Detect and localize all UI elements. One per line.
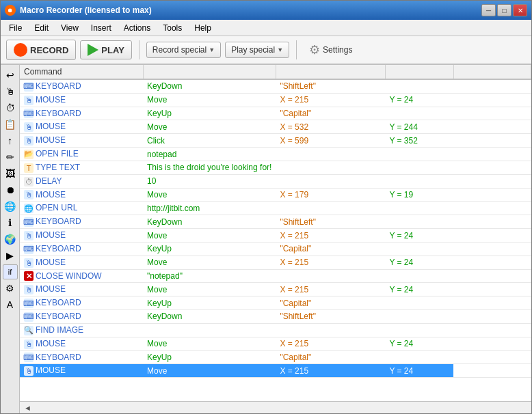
cmd-param2-cell (385, 79, 453, 93)
cmd-param2-cell (385, 310, 453, 324)
close-button[interactable]: ✕ (513, 4, 527, 16)
sidebar-icon-6[interactable]: 🖼 (3, 166, 18, 181)
table-row[interactable]: ⌨KEYBOARDKeyDown"ShiftLeft" (20, 215, 531, 229)
cmd-param1-cell (276, 174, 385, 188)
table-row[interactable]: 🌐OPEN URLhttp://jitbit.com (20, 202, 531, 215)
cmd-name-text: MOUSE (36, 95, 66, 105)
menu-actions[interactable]: Actions (118, 22, 156, 34)
cmd-name-text: KEYBOARD (36, 81, 81, 91)
menu-tools[interactable]: Tools (157, 22, 187, 34)
cmd-action-cell: KeyUp (143, 296, 276, 310)
menu-file[interactable]: File (3, 22, 27, 34)
play-special-dropdown[interactable]: Play special ▼ (225, 42, 289, 58)
menu-insert[interactable]: Insert (85, 22, 117, 34)
table-row[interactable]: 🔍FIND IMAGE (20, 323, 531, 337)
maximize-button[interactable]: □ (497, 4, 511, 16)
menu-view[interactable]: View (55, 22, 84, 34)
cmd-name-cell: ⌨KEYBOARD (20, 310, 143, 324)
cmd-param1-cell: "Capital" (276, 107, 385, 120)
cmd-param1-cell (276, 148, 385, 161)
cmd-icon: ⌨ (24, 245, 34, 254)
sidebar-icon-3[interactable]: 📋 (3, 117, 18, 132)
col-command: Command (20, 65, 143, 79)
cmd-icon: 🔍 (24, 326, 34, 335)
table-row[interactable]: ⏱DELAY10 (20, 174, 531, 188)
cmd-param2-cell (385, 161, 453, 174)
status-arrow[interactable]: ◄ (24, 404, 31, 412)
table-row[interactable]: ⌨KEYBOARDKeyUp"Capital" (20, 296, 531, 310)
cmd-name-text: CLOSE WINDOW (36, 271, 102, 281)
record-button[interactable]: RECORD (6, 40, 76, 60)
toolbar-separator-2 (296, 40, 297, 59)
cmd-icon: ⌨ (24, 217, 34, 227)
sidebar-icon-7[interactable]: ⏺ (3, 182, 18, 197)
table-row[interactable]: 🖱MOUSEMoveX = 215Y = 24 (20, 283, 531, 296)
cmd-action-cell: Move (143, 229, 276, 243)
cmd-icon: 🖱 (24, 366, 34, 376)
cmd-param1-cell: "ShiftLeft" (276, 215, 385, 229)
cmd-action-cell (143, 323, 276, 337)
play-special-arrow: ▼ (277, 46, 283, 53)
table-row[interactable]: 🖱MOUSEClickX = 599Y = 352 (20, 134, 531, 148)
play-special-label: Play special (231, 45, 275, 55)
cmd-action-cell: notepad (143, 148, 276, 161)
cmd-action-cell: Move (143, 188, 276, 202)
cmd-name-text: KEYBOARD (36, 109, 81, 118)
cmd-name-cell: 🌐OPEN URL (20, 202, 143, 215)
sidebar-icon-1[interactable]: 🖱 (3, 84, 18, 99)
cmd-param2-cell: Y = 24 (385, 256, 453, 269)
table-row[interactable]: ⌨KEYBOARDKeyUp"Capital" (20, 107, 531, 120)
sidebar-icon-4[interactable]: ↑ (3, 133, 18, 148)
cmd-icon: ⌨ (24, 82, 34, 92)
cmd-param1-cell: "ShiftLeft" (276, 79, 385, 93)
cmd-param1-cell: "Capital" (276, 242, 385, 256)
menu-help[interactable]: Help (189, 22, 217, 34)
table-row[interactable]: 📂OPEN FILEnotepad (20, 148, 531, 161)
sidebar-icon-9[interactable]: ℹ (3, 215, 18, 230)
table-row[interactable]: ✕CLOSE WINDOW"notepad" (20, 269, 531, 283)
table-row[interactable]: 🖱MOUSEMoveX = 215Y = 24 (20, 93, 531, 107)
table-row[interactable]: ⌨KEYBOARDKeyDown"ShiftLeft" (20, 310, 531, 324)
cmd-name-text: KEYBOARD (36, 217, 81, 226)
play-label: PLAY (101, 45, 124, 55)
settings-button[interactable]: ⚙ Settings (304, 40, 358, 60)
cmd-action-cell: This is the droid you're looking for! (143, 161, 276, 174)
cmd-name-text: KEYBOARD (36, 353, 81, 362)
sidebar-icon-8[interactable]: 🌐 (3, 199, 18, 214)
main-window: ⏺ Macro Recorder (licensed to max) ─ □ ✕… (0, 0, 532, 414)
record-icon (14, 43, 27, 57)
cmd-name-text: MOUSE (36, 135, 66, 145)
cmd-param1-cell (276, 161, 385, 174)
record-special-dropdown[interactable]: Record special ▼ (146, 42, 221, 58)
menu-edit[interactable]: Edit (29, 22, 54, 34)
left-sidebar: ↩ 🖱 ⏱ 📋 ↑ ✏ 🖼 ⏺ 🌐 ℹ 🌍 ▶ if ⚙ A (1, 65, 20, 413)
sidebar-icon-11[interactable]: ▶ (3, 248, 18, 263)
play-button[interactable]: PLAY (80, 40, 131, 59)
table-row[interactable]: TTYPE TEXTThis is the droid you're looki… (20, 161, 531, 174)
command-table-container[interactable]: Command ⌨KEYBOARDKeyDown"ShiftLeft"🖱MOUS… (20, 65, 531, 401)
sidebar-icon-2[interactable]: ⏱ (3, 100, 18, 115)
table-row[interactable]: ⌨KEYBOARDKeyUp"Capital" (20, 350, 531, 364)
cmd-icon: 🖱 (24, 96, 34, 105)
table-row[interactable]: 🖱MOUSEMoveX = 215Y = 24 (20, 337, 531, 350)
cmd-param2-cell (385, 242, 453, 256)
table-row[interactable]: ⌨KEYBOARDKeyUp"Capital" (20, 242, 531, 256)
table-row[interactable]: 🖱MOUSEMoveX = 215Y = 24 (20, 364, 531, 378)
cmd-param2-cell (385, 269, 453, 283)
cmd-param1-cell: X = 215 (276, 93, 385, 107)
sidebar-icon-5[interactable]: ✏ (3, 150, 18, 165)
minimize-button[interactable]: ─ (481, 4, 496, 16)
table-row[interactable]: 🖱MOUSEMoveX = 532Y = 244 (20, 120, 531, 134)
command-table: Command ⌨KEYBOARDKeyDown"ShiftLeft"🖱MOUS… (20, 65, 531, 378)
sidebar-icon-14[interactable]: A (3, 297, 18, 312)
sidebar-icon-13[interactable]: ⚙ (3, 281, 18, 296)
table-row[interactable]: 🖱MOUSEMoveX = 215Y = 24 (20, 229, 531, 243)
sidebar-icon-0[interactable]: ↩ (3, 68, 18, 83)
cmd-action-cell: KeyDown (143, 310, 276, 324)
table-row[interactable]: 🖱MOUSEMoveX = 179Y = 19 (20, 188, 531, 202)
record-special-label: Record special (152, 45, 207, 55)
sidebar-icon-12[interactable]: if (3, 264, 18, 279)
sidebar-icon-10[interactable]: 🌍 (3, 232, 18, 247)
table-row[interactable]: 🖱MOUSEMoveX = 215Y = 24 (20, 256, 531, 269)
table-row[interactable]: ⌨KEYBOARDKeyDown"ShiftLeft" (20, 79, 531, 93)
